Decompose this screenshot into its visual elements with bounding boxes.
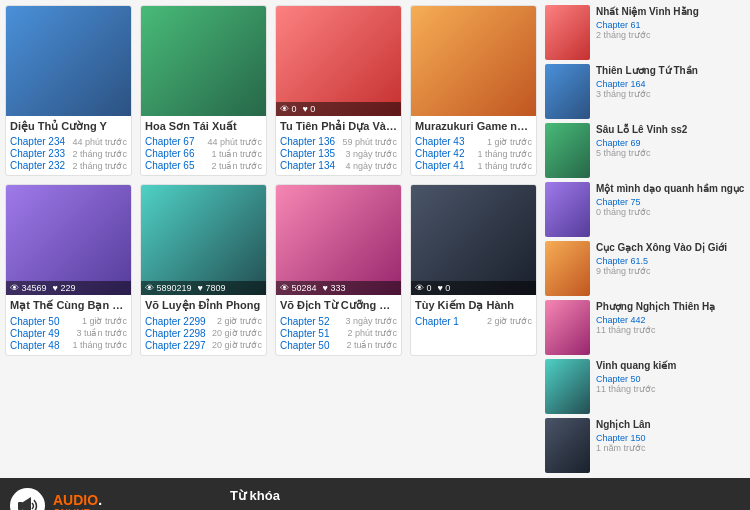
manga-info: Võ Địch Từ Cưỡng Hôn Ma NữChapter 523 ng… [276, 295, 401, 354]
chapter-link[interactable]: Chapter 42 [415, 148, 464, 159]
right-item-chapter[interactable]: Chapter 50 [596, 374, 745, 384]
chapter-link[interactable]: Chapter 1 [415, 316, 459, 327]
views-stat: 👁 0 [280, 104, 297, 114]
right-item-title[interactable]: Phượng Nghịch Thiên Hạ [596, 300, 745, 313]
chapter-link[interactable]: Chapter 66 [145, 148, 194, 159]
chapter-link[interactable]: Chapter 52 [280, 316, 329, 327]
chapter-time: 1 tháng trước [477, 149, 532, 159]
right-thumb-placeholder [545, 123, 590, 178]
right-item-title[interactable]: Thiên Lương Tứ Thần [596, 64, 745, 77]
chapter-link[interactable]: Chapter 2299 [145, 316, 206, 327]
manga-title[interactable]: Võ Địch Từ Cưỡng Hôn Ma Nữ [280, 298, 397, 312]
chapter-link[interactable]: Chapter 67 [145, 136, 194, 147]
right-thumb[interactable] [545, 182, 590, 237]
chapter-row: Chapter 411 tháng trước [415, 160, 532, 171]
chapter-link[interactable]: Chapter 50 [280, 340, 329, 351]
thumb-stats: 👁 0♥ 0 [276, 102, 401, 116]
right-item-title[interactable]: Một mình dạo quanh hầm ngục [596, 182, 745, 195]
manga-title[interactable]: Tùy Kiếm Dạ Hành [415, 298, 532, 312]
chapter-time: 4 ngày trước [345, 161, 397, 171]
manga-grid-row1: Diệu Thủ Cường YChapter 23444 phút trước… [5, 5, 537, 176]
chapter-link[interactable]: Chapter 49 [10, 328, 59, 339]
chapter-link[interactable]: Chapter 134 [280, 160, 335, 171]
manga-info: Hoa Sơn Tái XuấtChapter 6744 phút trướcC… [141, 116, 266, 175]
manga-thumbnail[interactable]: 👁 5890219♥ 7809 [141, 185, 266, 295]
manga-card: Diệu Thủ Cường YChapter 23444 phút trước… [5, 5, 132, 176]
right-item-info: Cục Gạch Xông Vào Dị GiớiChapter 61.59 t… [596, 241, 745, 276]
manga-card: 👁 0♥ 0Tu Tiên Phải Dựa Vào Sugar MommyCh… [275, 5, 402, 176]
right-item-chapter[interactable]: Chapter 164 [596, 79, 745, 89]
chapter-link[interactable]: Chapter 232 [10, 160, 65, 171]
chapter-link[interactable]: Chapter 50 [10, 316, 59, 327]
right-thumb-placeholder [545, 300, 590, 355]
thumb-stats: 👁 50284♥ 333 [276, 281, 401, 295]
chapter-link[interactable]: Chapter 65 [145, 160, 194, 171]
chapter-row: Chapter 493 tuần trước [10, 328, 127, 339]
right-thumb[interactable] [545, 64, 590, 119]
right-item: Sâu Lỗ Lê Vinh ss2Chapter 695 tháng trướ… [545, 123, 745, 178]
thumb-placeholder [6, 185, 131, 295]
chapter-row: Chapter 2322 tháng trước [10, 160, 127, 171]
right-thumb[interactable] [545, 300, 590, 355]
right-item-title[interactable]: Vinh quang kiếm [596, 359, 745, 372]
right-item-time: 5 tháng trước [596, 148, 745, 158]
right-item-chapter[interactable]: Chapter 75 [596, 197, 745, 207]
right-thumb[interactable] [545, 123, 590, 178]
manga-thumbnail[interactable] [6, 6, 131, 116]
right-thumb[interactable] [545, 418, 590, 473]
chapter-link[interactable]: Chapter 233 [10, 148, 65, 159]
chapter-row: Chapter 13659 phút trước [280, 136, 397, 147]
right-item-chapter[interactable]: Chapter 61.5 [596, 256, 745, 266]
manga-title[interactable]: Tu Tiên Phải Dựa Vào Sugar Mommy [280, 119, 397, 133]
chapter-time: 3 ngày trước [345, 149, 397, 159]
manga-title[interactable]: Diệu Thủ Cường Y [10, 119, 127, 133]
right-item-info: Thiên Lương Tứ ThầnChapter 1643 tháng tr… [596, 64, 745, 99]
chapter-link[interactable]: Chapter 43 [415, 136, 464, 147]
right-item-chapter[interactable]: Chapter 442 [596, 315, 745, 325]
footer: AUDIO. ONLINE f Truyện Tranh Audio 👍 7K … [0, 478, 750, 510]
chapter-link[interactable]: Chapter 48 [10, 340, 59, 351]
chapter-row: Chapter 229720 giờ trước [145, 340, 262, 351]
right-item: Vinh quang kiếmChapter 5011 tháng trước [545, 359, 745, 414]
chapter-link[interactable]: Chapter 2297 [145, 340, 206, 351]
chapter-time: 3 tuần trước [76, 328, 127, 338]
chapter-link[interactable]: Chapter 135 [280, 148, 335, 159]
right-thumb[interactable] [545, 241, 590, 296]
chapter-time: 1 tháng trước [72, 340, 127, 350]
right-item-title[interactable]: Nghịch Lân [596, 418, 745, 431]
right-item-chapter[interactable]: Chapter 69 [596, 138, 745, 148]
manga-title[interactable]: Murazukuri Game no NPC ga Namami no Ning… [415, 119, 532, 133]
manga-grid-row2: 👁 34569♥ 229Mạt Thế Cùng Bạn Gái ZombieC… [5, 184, 537, 355]
chapter-link[interactable]: Chapter 51 [280, 328, 329, 339]
right-item-chapter[interactable]: Chapter 150 [596, 433, 745, 443]
chapter-row: Chapter 431 giờ trước [415, 136, 532, 147]
manga-thumbnail[interactable]: 👁 34569♥ 229 [6, 185, 131, 295]
manga-thumbnail[interactable]: 👁 50284♥ 333 [276, 185, 401, 295]
manga-thumbnail[interactable]: 👁 0♥ 0 [276, 6, 401, 116]
right-thumb[interactable] [545, 5, 590, 60]
manga-title[interactable]: Võ Luyện Đỉnh Phong [145, 298, 262, 312]
views-stat: 👁 5890219 [145, 283, 192, 293]
right-thumb[interactable] [545, 359, 590, 414]
hearts-stat: ♥ 0 [438, 283, 451, 293]
right-item-title[interactable]: Nhất Niệm Vinh Hằng [596, 5, 745, 18]
manga-title[interactable]: Mạt Thế Cùng Bạn Gái Zombie [10, 298, 127, 312]
chapter-link[interactable]: Chapter 234 [10, 136, 65, 147]
chapter-link[interactable]: Chapter 41 [415, 160, 464, 171]
chapter-row: Chapter 12 giờ trước [415, 316, 532, 327]
right-item-title[interactable]: Sâu Lỗ Lê Vinh ss2 [596, 123, 745, 136]
right-item: Nghịch LânChapter 1501 năm trước [545, 418, 745, 473]
right-item-title[interactable]: Cục Gạch Xông Vào Dị Giới [596, 241, 745, 254]
manga-thumbnail[interactable] [411, 6, 536, 116]
chapter-time: 2 giờ trước [487, 316, 532, 326]
manga-info: Tùy Kiếm Dạ HànhChapter 12 giờ trước [411, 295, 536, 330]
chapter-link[interactable]: Chapter 2298 [145, 328, 206, 339]
thumb-placeholder [6, 6, 131, 116]
manga-title[interactable]: Hoa Sơn Tái Xuất [145, 119, 262, 133]
right-item-chapter[interactable]: Chapter 61 [596, 20, 745, 30]
manga-thumbnail[interactable] [141, 6, 266, 116]
chapter-row: Chapter 661 tuần trước [145, 148, 262, 159]
chapter-link[interactable]: Chapter 136 [280, 136, 335, 147]
chapter-time: 2 phút trước [347, 328, 397, 338]
manga-thumbnail[interactable]: 👁 0♥ 0 [411, 185, 536, 295]
